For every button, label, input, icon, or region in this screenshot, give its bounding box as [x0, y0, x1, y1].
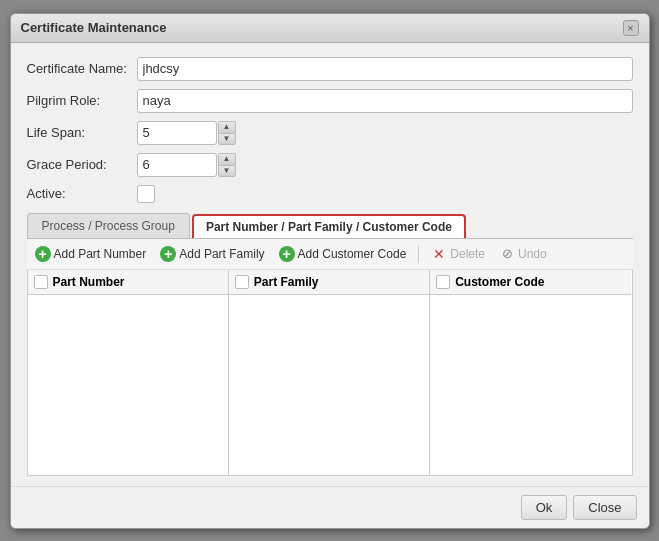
active-row: Active:	[27, 185, 633, 203]
customer-code-body	[430, 295, 631, 475]
life-span-spinner: ▲ ▼	[137, 121, 236, 145]
add-customer-code-icon: +	[279, 246, 295, 262]
grace-period-input[interactable]	[137, 153, 217, 177]
customer-code-column: Customer Code	[430, 270, 631, 475]
add-part-family-label: Add Part Family	[179, 247, 264, 261]
undo-button[interactable]: ⊘ Undo	[495, 244, 551, 264]
part-number-column: Part Number	[28, 270, 229, 475]
add-part-number-button[interactable]: + Add Part Number	[31, 244, 151, 264]
life-span-row: Life Span: ▲ ▼	[27, 121, 633, 145]
certificate-name-label: Certificate Name:	[27, 61, 137, 76]
pilgrim-role-row: Pilgrim Role:	[27, 89, 633, 113]
tab-part-number-family[interactable]: Part Number / Part Family / Customer Cod…	[192, 214, 466, 238]
customer-code-header-checkbox[interactable]	[436, 275, 450, 289]
part-family-column: Part Family	[229, 270, 430, 475]
dialog-title: Certificate Maintenance	[21, 20, 167, 35]
part-number-header-checkbox[interactable]	[34, 275, 48, 289]
customer-code-header-label: Customer Code	[455, 275, 544, 289]
tab-row: Process / Process Group Part Number / Pa…	[27, 213, 633, 239]
grace-period-label: Grace Period:	[27, 157, 137, 172]
customer-code-header: Customer Code	[430, 270, 631, 295]
pilgrim-role-label: Pilgrim Role:	[27, 93, 137, 108]
life-span-down-button[interactable]: ▼	[218, 133, 236, 145]
dialog-body: Certificate Name: Pilgrim Role: Life Spa…	[11, 43, 649, 486]
tabs-section: Process / Process Group Part Number / Pa…	[27, 213, 633, 476]
add-customer-code-button[interactable]: + Add Customer Code	[275, 244, 411, 264]
part-number-header-label: Part Number	[53, 275, 125, 289]
part-number-header: Part Number	[28, 270, 228, 295]
pilgrim-role-input[interactable]	[137, 89, 633, 113]
part-family-header: Part Family	[229, 270, 429, 295]
grace-period-down-button[interactable]: ▼	[218, 165, 236, 177]
toolbar: + Add Part Number + Add Part Family + Ad…	[27, 239, 633, 270]
part-family-header-checkbox[interactable]	[235, 275, 249, 289]
delete-label: Delete	[450, 247, 485, 261]
part-family-body	[229, 295, 429, 475]
active-label: Active:	[27, 186, 137, 201]
tab-process-group[interactable]: Process / Process Group	[27, 213, 190, 238]
add-part-number-icon: +	[35, 246, 51, 262]
delete-button[interactable]: ✕ Delete	[427, 244, 489, 264]
life-span-spinner-buttons: ▲ ▼	[218, 121, 236, 145]
toolbar-separator	[418, 245, 419, 263]
add-customer-code-label: Add Customer Code	[298, 247, 407, 261]
title-bar: Certificate Maintenance ×	[11, 14, 649, 43]
add-part-family-icon: +	[160, 246, 176, 262]
add-part-family-button[interactable]: + Add Part Family	[156, 244, 268, 264]
grace-period-row: Grace Period: ▲ ▼	[27, 153, 633, 177]
part-family-header-label: Part Family	[254, 275, 319, 289]
certificate-name-row: Certificate Name:	[27, 57, 633, 81]
dialog-footer: Ok Close	[11, 486, 649, 528]
part-number-body	[28, 295, 228, 475]
undo-icon: ⊘	[499, 246, 515, 262]
dialog-close-button[interactable]: Close	[573, 495, 636, 520]
undo-label: Undo	[518, 247, 547, 261]
delete-icon: ✕	[431, 246, 447, 262]
close-icon[interactable]: ×	[623, 20, 639, 36]
grace-period-spinner-buttons: ▲ ▼	[218, 153, 236, 177]
life-span-input[interactable]	[137, 121, 217, 145]
grace-period-up-button[interactable]: ▲	[218, 153, 236, 165]
certificate-name-input[interactable]	[137, 57, 633, 81]
life-span-up-button[interactable]: ▲	[218, 121, 236, 133]
active-checkbox[interactable]	[137, 185, 155, 203]
certificate-maintenance-dialog: Certificate Maintenance × Certificate Na…	[10, 13, 650, 529]
grace-period-spinner: ▲ ▼	[137, 153, 236, 177]
add-part-number-label: Add Part Number	[54, 247, 147, 261]
ok-button[interactable]: Ok	[521, 495, 568, 520]
grid: Part Number Part Family Customer Code	[27, 270, 633, 476]
life-span-label: Life Span:	[27, 125, 137, 140]
